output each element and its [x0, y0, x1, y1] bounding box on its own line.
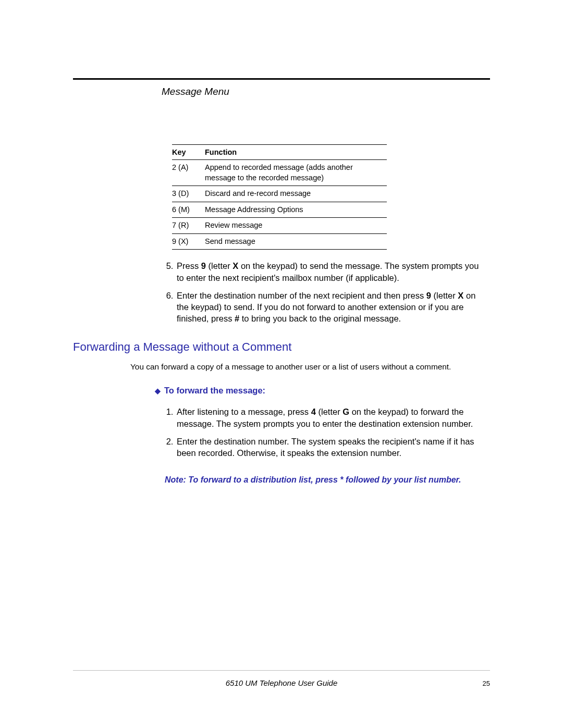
- cell-function: Review message: [205, 218, 387, 234]
- table-row: 6 (M) Message Addressing Options: [172, 202, 387, 218]
- key-bold: X: [232, 261, 238, 270]
- cell-function: Message Addressing Options: [205, 202, 387, 218]
- footer-page-number: 25: [474, 680, 490, 687]
- table-row: 2 (A) Append to recorded message (adds a…: [172, 160, 387, 186]
- cell-key: 6 (M): [172, 202, 205, 218]
- col-header-key: Key: [172, 145, 205, 160]
- note-block: Note: To forward to a distribution list,…: [165, 474, 490, 486]
- heading-forwarding: Forwarding a Message without a Comment: [73, 340, 490, 354]
- key-bold: 9: [426, 291, 431, 300]
- key-bold: X: [458, 291, 463, 300]
- cell-function: Append to recorded message (adds another…: [205, 160, 387, 186]
- table-row: 3 (D) Discard and re-record message: [172, 186, 387, 202]
- cell-key: 9 (X): [172, 233, 205, 250]
- step-text: 9: [201, 261, 206, 270]
- cell-key: 7 (R): [172, 218, 205, 234]
- footer-rule: [73, 670, 490, 671]
- key-function-table: Key Function 2 (A) Append to recorded me…: [172, 144, 387, 250]
- key-bold: 4: [311, 407, 316, 416]
- step-text: to bring you back to the original messag…: [239, 314, 401, 323]
- step-item: Enter the destination number of the next…: [176, 290, 490, 325]
- numbered-steps-upper: Press 9 (letter X on the keypad) to send…: [73, 260, 490, 324]
- footer-title: 6510 UM Telephone User Guide: [226, 678, 338, 687]
- key-bold: #: [235, 314, 239, 323]
- top-horizontal-rule: [73, 78, 490, 80]
- cell-key: 2 (A): [172, 160, 205, 186]
- table-header-row: Key Function: [172, 145, 387, 160]
- step-text: (letter: [431, 291, 458, 300]
- step-item: After listening to a message, press 4 (l…: [176, 406, 490, 429]
- diamond-icon: ◆: [154, 387, 161, 395]
- step-item: Press 9 (letter X on the keypad) to send…: [176, 260, 490, 283]
- subheading-to-forward: ◆To forward the message:: [154, 386, 490, 396]
- step-text: Press: [177, 261, 201, 270]
- step-text: Enter the destination number of the next…: [177, 291, 426, 300]
- cell-function: Discard and re-record message: [205, 186, 387, 202]
- cell-key: 3 (D): [172, 186, 205, 202]
- page: Message Menu Key Function 2 (A) Append t…: [0, 0, 563, 728]
- section-title: Message Menu: [162, 86, 490, 97]
- table-row: 9 (X) Send message: [172, 233, 387, 250]
- numbered-steps-lower: After listening to a message, press 4 (l…: [73, 406, 490, 459]
- step-item: Enter the destination number. The system…: [176, 436, 490, 459]
- subheading-text: To forward the message:: [164, 386, 265, 395]
- table-row: 7 (R) Review message: [172, 218, 387, 234]
- lead-paragraph: You can forward a copy of a message to a…: [73, 361, 490, 373]
- key-bold: G: [342, 407, 349, 416]
- step-text: After listening to a message, press: [177, 407, 311, 416]
- step-text: Enter the destination number. The system…: [177, 437, 474, 458]
- step-text: (letter: [206, 261, 232, 270]
- col-header-function: Function: [205, 145, 387, 160]
- cell-function: Send message: [205, 233, 387, 250]
- footer: 6510 UM Telephone User Guide 25: [73, 678, 490, 687]
- step-text: (letter: [316, 407, 342, 416]
